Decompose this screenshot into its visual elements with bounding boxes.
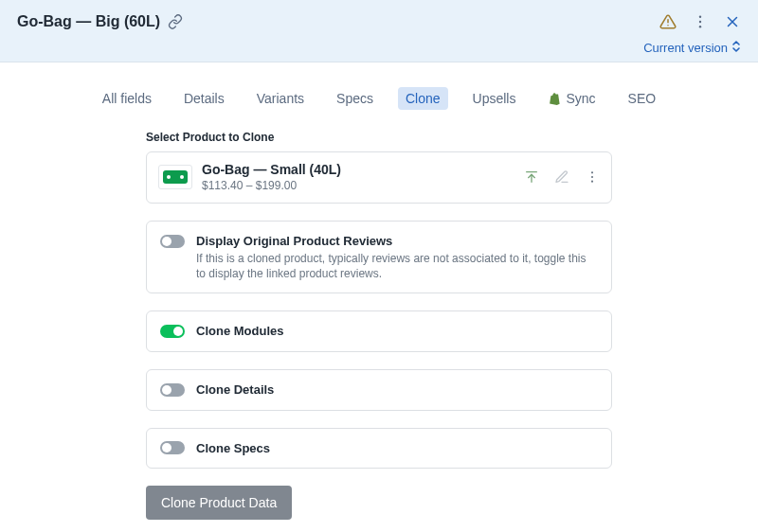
toggle-card-modules: Clone Modules: [146, 310, 612, 352]
toggle-reviews-desc: If this is a cloned product, typically r…: [196, 251, 598, 281]
toggle-card-specs: Clone Specs: [146, 428, 612, 470]
product-info: Go-Bag — Small (40L) $113.40 – $199.00: [202, 162, 524, 193]
tab-bar: All fields Details Variants Specs Clone …: [0, 62, 758, 110]
select-product-label: Select Product to Clone: [146, 131, 612, 144]
header-title-wrap: Go-Bag — Big (60L): [17, 13, 183, 30]
toggle-reviews[interactable]: [160, 235, 185, 248]
link-icon[interactable]: [168, 14, 183, 29]
product-thumbnail: [158, 165, 192, 189]
toggle-reviews-title: Display Original Product Reviews: [196, 233, 598, 250]
toggle-details-title: Clone Details: [196, 381, 598, 399]
product-actions: [524, 169, 600, 185]
product-price: $113.40 – $199.00: [202, 179, 524, 193]
toggle-specs[interactable]: [160, 441, 185, 454]
action-row: Clone Product Data: [146, 486, 612, 520]
version-switcher[interactable]: Current version: [643, 40, 741, 56]
tab-details[interactable]: Details: [176, 87, 232, 110]
more-menu-icon[interactable]: [692, 13, 709, 30]
tab-upsells[interactable]: Upsells: [465, 87, 524, 110]
header-top-row: Go-Bag — Big (60L): [17, 13, 741, 30]
row-more-icon[interactable]: [585, 169, 600, 185]
product-name: Go-Bag — Small (40L): [202, 162, 524, 179]
svg-point-2: [699, 16, 701, 18]
edit-icon[interactable]: [554, 169, 569, 185]
tab-seo[interactable]: SEO: [621, 87, 664, 110]
tab-clone[interactable]: Clone: [398, 87, 448, 110]
publish-icon[interactable]: [524, 169, 539, 185]
toggle-card-reviews: Display Original Product Reviews If this…: [146, 221, 612, 294]
tab-all-fields[interactable]: All fields: [95, 87, 159, 110]
svg-point-10: [591, 176, 593, 178]
shopify-icon: [548, 92, 561, 105]
toggle-card-details: Clone Details: [146, 369, 612, 411]
toggle-modules-title: Clone Modules: [196, 323, 598, 340]
tab-sync-label: Sync: [566, 91, 595, 106]
svg-point-9: [591, 172, 593, 174]
version-label: Current version: [643, 41, 728, 55]
warning-icon[interactable]: [659, 13, 677, 30]
header-actions: [659, 13, 741, 30]
tab-specs[interactable]: Specs: [329, 87, 381, 110]
clone-product-data-button[interactable]: Clone Product Data: [146, 486, 292, 520]
product-to-clone-card[interactable]: Go-Bag — Small (40L) $113.40 – $199.00: [146, 151, 612, 204]
chevron-updown-icon: [731, 40, 741, 56]
svg-point-4: [699, 26, 701, 27]
tab-variants[interactable]: Variants: [249, 87, 312, 110]
close-icon[interactable]: [724, 13, 741, 30]
toggle-details[interactable]: [160, 383, 185, 397]
clone-panel: Select Product to Clone Go-Bag — Small (…: [142, 131, 616, 520]
tab-sync[interactable]: Sync: [540, 87, 603, 110]
editor-header: Go-Bag — Big (60L) Current version: [0, 0, 758, 62]
svg-point-3: [699, 21, 701, 23]
toggle-modules[interactable]: [160, 325, 185, 338]
page-title: Go-Bag — Big (60L): [17, 13, 160, 30]
header-sub-row: Current version: [17, 40, 741, 56]
toggle-specs-title: Clone Specs: [196, 440, 598, 457]
svg-point-11: [591, 181, 593, 183]
